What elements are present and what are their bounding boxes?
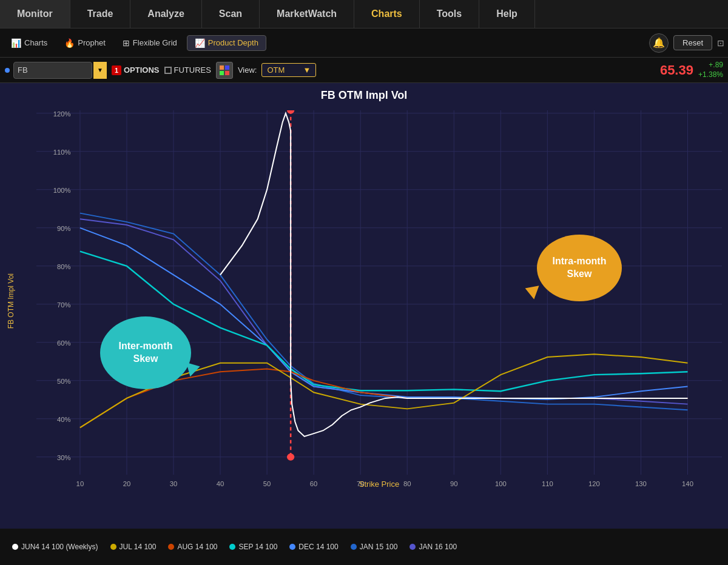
legend-aug: AUG 14 100 [168,543,217,551]
subnav-product-depth-label: Product Depth [208,38,258,47]
legend-sep: SEP 14 100 [229,543,277,551]
nav-scan[interactable]: Scan [202,0,260,28]
legend-jun4: JUN4 14 100 (Weeklys) [12,543,98,551]
legend-label-jan16: JAN 16 100 [419,543,457,551]
svg-text:80%: 80% [57,263,71,270]
nav-marketwatch[interactable]: MarketWatch [260,0,354,28]
view-label: View: [238,65,257,75]
ticker-section: ▼ [5,62,107,79]
reset-button[interactable]: Reset [673,35,712,50]
subnav-prophet[interactable]: 🔥 Prophet [57,36,113,50]
y-axis-label-container: FB OTM Impl Vol [5,110,17,492]
price-change-1: +.89 [698,61,723,70]
nav-trade[interactable]: Trade [70,0,131,28]
legend-jul: JUL 14 100 [110,543,157,551]
ticker-dot [5,68,10,73]
ticker-box[interactable] [13,62,92,79]
svg-rect-3 [225,71,229,75]
window-controls[interactable]: ⊡ [717,38,724,48]
legend-label-aug: AUG 14 100 [177,543,217,551]
intramonth-label: Intra-monthSkew [553,255,607,281]
legend-dot-sep [229,544,235,550]
price-change-2: +1.38% [698,70,723,80]
nav-help[interactable]: Help [479,0,535,28]
intermonth-label: Inter-monthSkew [119,340,173,366]
x-axis-label-container: Strike Price [36,478,722,489]
svg-rect-4 [36,110,722,492]
legend-dot-jun4 [12,544,18,550]
nav-monitor[interactable]: Monitor [0,0,70,28]
legend-jan16: JAN 16 100 [410,543,457,551]
bell-button[interactable]: 🔔 [649,33,669,53]
nav-charts[interactable]: Charts [354,0,420,28]
legend-dot-dec [289,544,295,550]
price-change: +.89 +1.38% [698,61,723,79]
grid-icon [219,65,230,76]
subnav-right: 🔔 Reset ⊡ [649,33,724,53]
futures-checkbox[interactable] [164,67,172,74]
legend-label-jun4: JUN4 14 100 (Weeklys) [21,543,98,551]
product-depth-icon: 📈 [195,38,205,48]
svg-text:30%: 30% [57,454,71,461]
subnav-charts-label: Charts [24,38,47,47]
intramonth-annotation: Intra-monthSkew [537,235,622,301]
options-badge: 1 [112,65,121,75]
view-value: OTM [267,65,285,75]
sub-navigation: 📊 Charts 🔥 Prophet ⊞ Flexible Grid 📈 Pro… [0,28,728,58]
legend-label-sep: SEP 14 100 [238,543,277,551]
legend-label-jul: JUL 14 100 [120,543,157,551]
price-section: 65.39 +.89 +1.38% [660,61,723,79]
charts-icon: 📊 [11,38,21,48]
top-navigation: Monitor Trade Analyze Scan MarketWatch C… [0,0,728,28]
svg-text:120%: 120% [53,110,71,118]
legend-dot-jan15 [351,544,357,550]
svg-text:50%: 50% [57,378,71,385]
view-arrow-icon: ▼ [303,65,311,75]
futures-text: FUTURES [174,65,211,75]
legend-dot-jul [110,544,116,550]
chart-svg: 30% 40% 50% 60% 70% 80% 90% 100% 110% 12… [36,110,722,492]
legend-label-jan15: JAN 15 100 [360,543,398,551]
svg-text:40%: 40% [57,416,71,423]
nav-analyze[interactable]: Analyze [130,0,201,28]
svg-rect-1 [225,65,229,70]
subnav-charts[interactable]: 📊 Charts [4,36,55,50]
chart-toolbar: ▼ 1 OPTIONS FUTURES View: OTM ▼ 65.39 +.… [0,58,728,83]
chart-container: FB OTM Impl Vol FB OTM Impl Vol [0,83,728,529]
x-axis-label: Strike Price [359,480,399,489]
view-dropdown[interactable]: OTM ▼ [261,63,316,77]
svg-text:100%: 100% [53,187,71,194]
svg-text:90%: 90% [57,225,71,232]
svg-point-54 [287,453,294,461]
legend-dot-aug [168,544,174,550]
flexible-grid-icon: ⊞ [123,38,130,48]
options-label: 1 OPTIONS [112,65,160,75]
svg-rect-2 [220,71,224,75]
legend-jan15: JAN 15 100 [351,543,398,551]
nav-tools[interactable]: Tools [420,0,479,28]
subnav-product-depth[interactable]: 📈 Product Depth [187,35,266,51]
svg-rect-0 [220,65,224,70]
ticker-dropdown[interactable]: ▼ [93,62,107,79]
options-text: OPTIONS [124,65,160,75]
intermonth-annotation: Inter-monthSkew [100,316,191,389]
subnav-flexible-grid-label: Flexible Grid [133,38,177,47]
legend-dec: DEC 14 100 [289,543,338,551]
legend-dot-jan16 [410,544,416,550]
chart-legend: JUN4 14 100 (Weeklys) JUL 14 100 AUG 14 … [0,529,728,565]
futures-section: FUTURES [164,65,211,75]
grid-icon-button[interactable] [216,62,233,79]
subnav-flexible-grid[interactable]: ⊞ Flexible Grid [115,36,184,50]
svg-text:110%: 110% [53,149,71,156]
chart-title: FB OTM Impl Vol [0,83,728,105]
svg-text:70%: 70% [57,301,71,309]
y-axis-label: FB OTM Impl Vol [7,273,15,329]
prophet-icon: 🔥 [64,38,75,48]
legend-label-dec: DEC 14 100 [298,543,338,551]
ticker-input[interactable] [18,65,72,75]
subnav-prophet-label: Prophet [78,38,106,47]
price-display: 65.39 [660,62,693,78]
svg-text:60%: 60% [57,339,71,347]
